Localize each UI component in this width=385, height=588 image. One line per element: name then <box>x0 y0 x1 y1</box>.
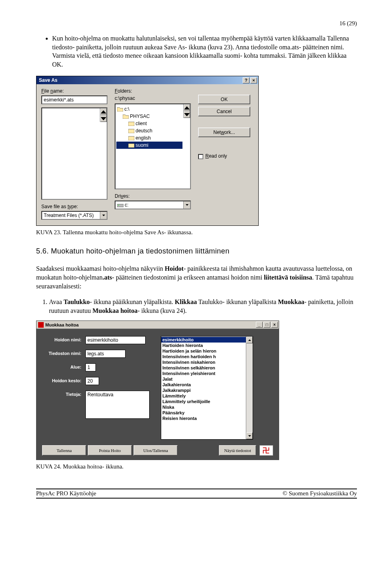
tree-physac-label: PHYSAC <box>130 114 150 119</box>
page-number: 16 (29) <box>36 20 357 27</box>
folder-tree[interactable]: c:\ PHYSAC client deutsch <box>115 103 191 189</box>
tree-item-label: suomi <box>136 142 148 148</box>
tree-item-selected[interactable]: suomi <box>116 142 182 149</box>
app-icon <box>38 322 44 328</box>
muokkaa-hoitoa-dialog: Muokkaa hoitoa _ □ × Hoidon nimi: esimer… <box>36 320 279 460</box>
drives-combo[interactable]: c: <box>115 201 191 209</box>
scroll-down-icon[interactable] <box>100 115 107 122</box>
tietoja-label: Tietoja: <box>42 391 81 397</box>
svg-rect-4 <box>117 204 124 207</box>
scroll-up-icon[interactable] <box>246 337 253 343</box>
alue-input[interactable]: 1 <box>85 363 96 371</box>
hoidon-nimi-input[interactable]: esimerkkihoito <box>85 336 146 344</box>
save-as-dialog: Save As ? × File name: esimerkki*.ats <box>36 76 259 226</box>
svg-rect-0 <box>128 122 134 126</box>
list-item[interactable]: Intensiivinen niskahieron <box>161 359 246 365</box>
poista-hoito-button[interactable]: Poista Hoito <box>88 445 132 456</box>
svg-rect-5 <box>118 205 119 205</box>
hoidon-nimi-label: Hoidon nimi: <box>42 336 81 342</box>
folders-label: Folders: <box>115 88 191 94</box>
tree-physac[interactable]: PHYSAC <box>116 113 182 120</box>
muokkaa-titlebar: Muokkaa hoitoa _ □ × <box>36 321 279 329</box>
ulos-tallenna-button[interactable]: Ulos/Tallenna <box>134 445 178 456</box>
footer-right: © Suomen Fysioakustiikka Oy <box>283 490 357 497</box>
tree-item[interactable]: deutsch <box>116 127 182 134</box>
save-type-value: Treatment Files (*.ATS) <box>42 213 100 218</box>
list-item[interactable]: Lämmittely <box>161 393 246 399</box>
maximize-icon[interactable]: □ <box>263 322 270 328</box>
nextwave-logo: ࿖ <box>259 445 273 456</box>
list-item[interactable]: Intensiivinen selkähieron <box>161 365 246 371</box>
scrollbar[interactable] <box>100 108 107 122</box>
list-item[interactable]: Jalkakramppi <box>161 387 246 393</box>
paragraph-1: Saadaksesi muokkaamasi hoito-ohjelma näk… <box>36 264 357 290</box>
list-item[interactable]: Intensiivinen hartioiden h <box>161 354 246 359</box>
list-item[interactable]: Päänsärky <box>161 410 246 416</box>
cancel-button[interactable]: Cancel <box>198 107 250 116</box>
drives-label: Drives: <box>115 193 191 199</box>
bullet-text: Kun hoito-ohjelma on muokattu halutunlai… <box>52 35 349 68</box>
tallenna-button[interactable]: Tallenna <box>42 445 86 456</box>
network-button[interactable]: Network... <box>198 128 250 137</box>
tree-item[interactable]: english <box>116 134 182 142</box>
folders-path: c:\physac <box>115 95 191 101</box>
section-heading: 5.6. Muokatun hoito-ohjelman ja tiedosto… <box>36 247 357 255</box>
file-name-input[interactable]: esimerkki*.ats <box>41 95 107 104</box>
file-list[interactable] <box>41 107 107 200</box>
scroll-up-icon[interactable] <box>184 104 190 111</box>
file-name-label: File name: <box>41 88 107 94</box>
close-icon[interactable]: × <box>271 322 278 328</box>
list-item[interactable]: Intensiivinen yleishieront <box>161 371 246 376</box>
save-type-combo[interactable]: Treatment Files (*.ATS) <box>41 211 107 220</box>
tiedoston-nimi-label: Tiedoston nimi: <box>42 350 81 356</box>
list-item[interactable]: Reisien hieronta <box>161 416 246 421</box>
drives-value: c: <box>116 202 183 208</box>
bullet-list: Kun hoito-ohjelma on muokattu halutunlai… <box>36 34 357 69</box>
figure-24-caption: KUVA 24. Muokkaa hoitoa- ikkuna. <box>36 463 357 470</box>
figure-23-caption: KUVA 23. Tallenna muokattu hoito-ohjelma… <box>36 229 357 236</box>
list-item[interactable]: Hartioiden hieronta <box>161 343 246 348</box>
scroll-up-icon[interactable] <box>100 108 107 115</box>
scrollbar[interactable] <box>183 104 190 118</box>
list-item[interactable]: Niska <box>161 404 246 410</box>
footer-left: PhysAc PRO Käyttöohje <box>36 490 96 497</box>
close-icon[interactable]: × <box>250 77 257 83</box>
svg-rect-1 <box>128 129 134 133</box>
scrollbar[interactable] <box>246 337 253 439</box>
step-1: Avaa Taulukko- ikkuna pääikkunan yläpalk… <box>49 298 357 315</box>
tree-root-label: c:\ <box>124 106 130 112</box>
tiedoston-nimi-input[interactable]: legs.ats <box>85 350 126 358</box>
list-item[interactable]: esimerkkihoito <box>161 337 246 343</box>
list-item[interactable]: Lämmittely urheilijoille <box>161 399 246 404</box>
tree-item-label: deutsch <box>136 128 152 134</box>
save-as-titlebar: Save As ? × <box>36 76 258 84</box>
bullet-item: Kun hoito-ohjelma on muokattu halutunlai… <box>52 34 357 69</box>
svg-rect-3 <box>128 144 134 148</box>
tree-item-label: client <box>136 121 147 126</box>
scroll-down-icon[interactable] <box>246 432 253 439</box>
read-only-checkbox[interactable]: Read only <box>198 153 250 159</box>
alue-label: Alue: <box>42 363 81 369</box>
svg-rect-2 <box>128 136 134 140</box>
numbered-list: Avaa Taulukko- ikkuna pääikkunan yläpalk… <box>36 298 357 315</box>
ok-button[interactable]: OK <box>198 95 250 104</box>
list-item[interactable]: Jalat <box>161 376 246 382</box>
save-as-title: Save As <box>39 77 242 83</box>
tietoja-input[interactable]: Rentouttava <box>85 391 150 419</box>
checkbox-icon[interactable] <box>198 154 203 159</box>
hoidon-kesto-input[interactable]: 20 <box>85 377 99 385</box>
tree-item[interactable]: client <box>116 120 182 127</box>
nayta-tiedostot-button[interactable]: Näytä tiedostot <box>219 445 256 456</box>
scroll-down-icon[interactable] <box>184 111 190 118</box>
list-item[interactable]: Hartioiden ja selän hieron <box>161 348 246 354</box>
hoito-listbox[interactable]: esimerkkihoitoHartioiden hierontaHartioi… <box>161 336 253 440</box>
chevron-down-icon[interactable] <box>183 201 190 209</box>
list-item[interactable]: Jalkahieronta <box>161 382 246 387</box>
help-icon[interactable]: ? <box>243 77 249 83</box>
page-footer: PhysAc PRO Käyttöohje © Suomen Fysioakus… <box>36 489 357 499</box>
chevron-down-icon[interactable] <box>100 212 107 219</box>
hoidon-kesto-label: Hoidon kesto: <box>42 377 81 383</box>
tree-item-label: english <box>136 135 151 141</box>
tree-root[interactable]: c:\ <box>116 105 182 113</box>
minimize-icon[interactable]: _ <box>256 322 263 328</box>
